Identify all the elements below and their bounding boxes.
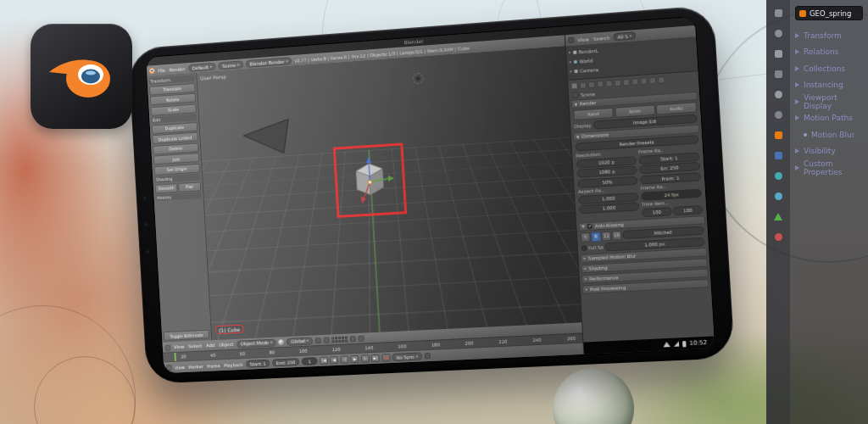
layer-dot[interactable] bbox=[342, 339, 344, 342]
object-icon[interactable] bbox=[774, 131, 783, 140]
layer-dot[interactable] bbox=[335, 340, 337, 343]
particles-icon[interactable] bbox=[774, 171, 783, 181]
blender-menu-icon[interactable] bbox=[149, 68, 155, 74]
panel-row-instancing[interactable]: Instancing bbox=[795, 77, 863, 94]
next-keyframe-button[interactable]: ▷ bbox=[361, 354, 370, 362]
aspect-y-field[interactable]: 1.000 bbox=[579, 202, 639, 214]
render-button[interactable]: Rend bbox=[573, 108, 614, 120]
object-name-field[interactable]: GEO_spring bbox=[795, 6, 863, 20]
physics-tab-icon[interactable] bbox=[658, 76, 665, 84]
panel-row-collections[interactable]: Collections bbox=[795, 60, 863, 77]
scene-icon[interactable] bbox=[774, 90, 783, 99]
material-tab-icon[interactable] bbox=[640, 77, 648, 85]
editor-type-icon[interactable] bbox=[164, 344, 170, 350]
duplicate-linked-button[interactable]: Duplicate Linked bbox=[152, 132, 198, 144]
panel-row-viewport-display[interactable]: Viewport Display bbox=[795, 93, 863, 110]
outliner-editor-icon[interactable] bbox=[568, 37, 575, 44]
modifiers-icon[interactable] bbox=[774, 151, 783, 160]
manipulator-rotate-icon[interactable] bbox=[323, 337, 329, 343]
default-cube[interactable] bbox=[344, 155, 397, 205]
prev-keyframe-button[interactable]: ◀ bbox=[330, 356, 338, 364]
panel-row-motion-paths[interactable]: Motion Paths bbox=[795, 110, 863, 127]
timeline-playhead[interactable] bbox=[174, 353, 175, 361]
object-tab-icon[interactable] bbox=[605, 80, 613, 87]
viewport-3d[interactable]: User Persp bbox=[197, 47, 581, 341]
panel-row-custom-properties[interactable]: Custom Properties bbox=[795, 159, 863, 176]
output-icon[interactable] bbox=[774, 49, 783, 59]
layer-dot[interactable] bbox=[331, 340, 334, 343]
tool-section-history[interactable]: History bbox=[155, 192, 201, 201]
texture-tab-icon[interactable] bbox=[648, 77, 656, 85]
anti-aliasing-checkbox[interactable] bbox=[587, 223, 592, 228]
time-remap-old-field[interactable]: 100 bbox=[642, 207, 671, 217]
panel-row-visibility[interactable]: Visibility bbox=[795, 143, 863, 160]
render-opengl-icon[interactable] bbox=[358, 335, 364, 341]
tool-icon[interactable] bbox=[774, 8, 783, 18]
animation-button[interactable]: Anim bbox=[615, 105, 655, 118]
world-icon[interactable] bbox=[774, 110, 783, 120]
layer-dot[interactable] bbox=[331, 337, 334, 339]
audio-button[interactable]: Audio bbox=[656, 102, 697, 114]
orientation-dropdown[interactable]: Global▾ bbox=[287, 337, 313, 345]
time-remap-new-field[interactable]: 100 bbox=[673, 204, 704, 215]
panel-row-motion-blur[interactable]: Motion Blur bbox=[795, 126, 863, 143]
keying-set-icon[interactable] bbox=[424, 353, 430, 359]
frame-end-field[interactable]: End: 250 bbox=[272, 358, 300, 366]
frame-start-field[interactable]: Start: 1 bbox=[246, 360, 270, 368]
layer-dot[interactable] bbox=[345, 336, 348, 338]
blender-app-icon[interactable] bbox=[31, 24, 132, 129]
shading-mode-icon[interactable] bbox=[278, 339, 284, 345]
layer-selector[interactable] bbox=[331, 336, 348, 343]
smooth-button[interactable]: Smooth bbox=[155, 183, 178, 193]
toggle-editmode-button[interactable]: Toggle Editmode bbox=[164, 330, 210, 341]
object-data-icon[interactable] bbox=[774, 212, 783, 221]
layer-dot[interactable] bbox=[345, 339, 348, 342]
select-menu[interactable]: Select bbox=[187, 343, 203, 349]
view-layer-icon[interactable] bbox=[774, 70, 783, 79]
join-button[interactable]: Join bbox=[153, 153, 200, 165]
view-menu[interactable]: View bbox=[173, 344, 186, 350]
play-button[interactable]: ▶ bbox=[350, 355, 359, 363]
menu-file[interactable]: File bbox=[157, 67, 166, 73]
render-layers-tab-icon[interactable] bbox=[579, 81, 587, 89]
scene-tab-icon[interactable] bbox=[588, 81, 596, 89]
timeline-editor-icon[interactable] bbox=[166, 365, 172, 371]
timeline-frame-menu[interactable]: Frame bbox=[206, 363, 221, 369]
layer-dot[interactable] bbox=[342, 336, 344, 338]
lamp-object[interactable] bbox=[416, 76, 420, 81]
aa-samples-16-button[interactable]: 16 bbox=[612, 230, 622, 240]
physics-icon[interactable] bbox=[774, 192, 783, 201]
jump-end-button[interactable]: ▶| bbox=[371, 354, 380, 362]
data-tab-icon[interactable] bbox=[632, 78, 639, 86]
add-menu[interactable]: Add bbox=[205, 343, 215, 348]
render-tab-icon[interactable] bbox=[570, 82, 578, 90]
render-icon[interactable] bbox=[774, 29, 783, 38]
mode-dropdown[interactable]: Object Mode▾ bbox=[236, 338, 276, 348]
panel-row-transform[interactable]: Transform bbox=[795, 27, 863, 44]
scene-dropdown[interactable]: Scene▾ bbox=[218, 60, 243, 70]
full-sample-checkbox[interactable] bbox=[581, 245, 587, 250]
aa-samples-5-button[interactable]: 5 bbox=[581, 232, 591, 243]
modifiers-tab-icon[interactable] bbox=[623, 79, 631, 86]
timeline-view-menu[interactable]: View bbox=[174, 365, 186, 370]
camera-object[interactable] bbox=[239, 118, 293, 159]
layer-dot[interactable] bbox=[335, 337, 337, 339]
layer-dot[interactable] bbox=[338, 336, 341, 338]
timeline-marker-menu[interactable]: Marker bbox=[187, 364, 204, 370]
jump-start-button[interactable]: |◀ bbox=[320, 356, 328, 364]
material-icon[interactable] bbox=[774, 232, 783, 242]
manipulator-translate-icon[interactable] bbox=[315, 338, 321, 343]
outliner-search-menu[interactable]: Search bbox=[593, 35, 611, 42]
panel-row-relations[interactable]: Relations bbox=[795, 44, 863, 61]
menu-render[interactable]: Render bbox=[169, 66, 186, 72]
snap-icon[interactable] bbox=[350, 336, 356, 342]
aa-samples-11-button[interactable]: 11 bbox=[601, 231, 611, 241]
layer-dot[interactable] bbox=[338, 339, 341, 342]
current-frame-field[interactable]: 1 bbox=[302, 357, 318, 365]
outliner-display-dropdown[interactable]: All S▾ bbox=[613, 31, 636, 41]
world-tab-icon[interactable] bbox=[597, 81, 604, 88]
screen-layout-dropdown[interactable]: Default▾ bbox=[188, 63, 216, 72]
object-menu[interactable]: Object bbox=[218, 342, 234, 348]
sync-dropdown[interactable]: No Sync▾ bbox=[392, 352, 422, 361]
flat-button[interactable]: Flat bbox=[178, 181, 201, 192]
